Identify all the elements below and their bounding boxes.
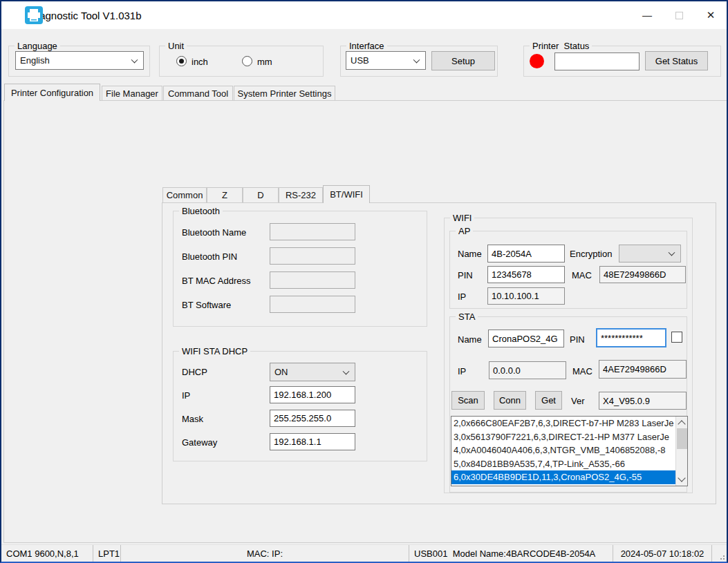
unit-mm-radio[interactable] (242, 56, 252, 66)
list-item[interactable]: 5,0x84D81BB9A535,7,4,TP-Link_A535,-66 (451, 457, 676, 471)
scroll-down-icon[interactable] (678, 474, 685, 481)
status-indicator-icon (530, 54, 544, 68)
tab-file-manager[interactable]: File Manager (102, 86, 162, 101)
encryption-label: Encryption (570, 249, 612, 259)
unit-inch-label[interactable]: inch (192, 57, 208, 67)
get-status-button[interactable]: Get Status (645, 51, 708, 70)
ap-ip-label: IP (458, 292, 466, 302)
ap-mac-label: MAC (572, 270, 592, 280)
gateway-field[interactable] (270, 433, 355, 450)
dhcp-select[interactable]: ON (270, 363, 355, 381)
tab-command-tool[interactable]: Command Tool (163, 86, 233, 101)
interface-legend: Interface (346, 41, 387, 51)
scan-button[interactable]: Scan (451, 391, 485, 410)
bt-software-label: BT Software (182, 300, 231, 310)
wifi-network-list[interactable]: 2,0x666C80EAF2B7,6,3,DIRECT-b7-HP M283 L… (451, 416, 688, 486)
subtab-d[interactable]: D (243, 187, 279, 202)
ap-name-label: Name (458, 249, 482, 259)
unit-mm-label[interactable]: mm (257, 57, 272, 67)
dhcp-label: DHCP (182, 367, 207, 377)
language-value: English (20, 55, 50, 66)
tab-printer-configuration[interactable]: Printer Configuration (4, 84, 100, 101)
list-item-selected[interactable]: 6,0x30DE4BB9DE1D,11,3,CronaPOS2_4G,-55 (451, 470, 676, 484)
app-window: Diagnostic Tool V1.031b — ✕ Language Eng… (0, 0, 728, 563)
list-item[interactable]: 2,0x666C80EAF2B7,6,3,DIRECT-b7-HP M283 L… (451, 417, 676, 430)
chevron-down-icon (343, 368, 350, 374)
ap-pin-field[interactable] (487, 266, 565, 283)
setup-button[interactable]: Setup (431, 51, 495, 70)
status-com-port: COM1 9600,N,8,1 (1, 545, 93, 562)
printer-app-icon (25, 6, 43, 26)
language-legend: Language (15, 41, 60, 51)
bluetooth-name-label: Bluetooth Name (182, 227, 246, 238)
sta-name-field[interactable] (488, 330, 564, 347)
printer-status-field[interactable] (554, 53, 640, 70)
bluetooth-name-field[interactable] (270, 223, 355, 240)
ver-label: Ver (571, 396, 585, 406)
wifi-sta-dhcp-legend: WIFI STA DHCP (179, 346, 250, 356)
dhcp-ip-field[interactable] (270, 386, 355, 403)
ver-field[interactable] (599, 392, 687, 410)
status-lpt-port: LPT1 (93, 545, 121, 562)
scroll-up-icon[interactable] (678, 420, 685, 428)
sta-pin-label: PIN (570, 334, 585, 345)
unit-inch-radio[interactable] (176, 56, 187, 66)
dhcp-ip-label: IP (182, 390, 190, 401)
title-bar: Diagnostic Tool V1.031b — ✕ (1, 1, 727, 29)
wifi-get-button[interactable]: Get (535, 391, 562, 410)
ap-pin-label: PIN (458, 270, 473, 280)
list-item[interactable]: 3,0x5613790F7221,6,3,DIRECT-21-HP M377 L… (451, 430, 676, 444)
subtab-rs232[interactable]: RS-232 (279, 187, 323, 202)
mask-field[interactable] (270, 410, 355, 427)
bt-mac-address-field[interactable] (270, 271, 355, 289)
chevron-down-icon (413, 56, 420, 63)
tab-system-printer-settings[interactable]: System Printer Settings (234, 86, 335, 101)
printer-status-legend: Printer Status (530, 41, 592, 51)
mask-label: Mask (182, 414, 203, 424)
ap-mac-field[interactable] (599, 266, 686, 283)
ap-name-field[interactable] (487, 245, 565, 263)
list-scrollbar[interactable] (675, 417, 687, 486)
sta-name-label: Name (458, 334, 482, 345)
subtab-z[interactable]: Z (207, 187, 243, 202)
conn-button[interactable]: Conn (494, 391, 526, 410)
sta-legend: STA (456, 312, 478, 322)
interface-select[interactable]: USB (346, 51, 426, 70)
sta-ip-field[interactable] (489, 361, 566, 379)
resize-grip[interactable] (718, 553, 725, 560)
scrollbar-thumb[interactable] (677, 428, 687, 449)
bluetooth-pin-field[interactable] (270, 247, 355, 265)
maximize-button[interactable] (663, 1, 695, 29)
list-item[interactable]: 4,0xA0046040A406,6,3,NTGR_VMB_1406852088… (451, 443, 676, 457)
sta-pin-show-checkbox[interactable] (671, 332, 682, 343)
status-bar: COM1 9600,N,8,1 LPT1 MAC: IP: USB001 Mod… (1, 544, 727, 562)
status-datetime: 2024-05-07 10:18:02 (613, 545, 712, 562)
subtab-btwifi[interactable]: BT/WIFI (323, 185, 370, 203)
status-mac-ip: MAC: IP: (121, 545, 409, 562)
bt-software-field[interactable] (270, 296, 355, 313)
ap-legend: AP (456, 226, 473, 236)
encryption-select[interactable] (619, 245, 681, 263)
bluetooth-legend: Bluetooth (179, 206, 223, 216)
window-title: Diagnostic Tool V1.031b (30, 10, 142, 21)
minimize-button[interactable]: — (631, 1, 663, 29)
maximize-icon (675, 12, 683, 19)
ap-ip-field[interactable] (487, 287, 565, 305)
subtab-common[interactable]: Common (162, 187, 207, 202)
sta-mac-label: MAC (572, 366, 592, 376)
bluetooth-pin-label: Bluetooth PIN (182, 251, 237, 262)
chevron-down-icon (131, 56, 138, 63)
wifi-legend: WIFI (450, 213, 474, 223)
status-usb-model: USB001 Model Name:4BARCODE4B-2054A (409, 545, 613, 562)
dhcp-value: ON (274, 367, 288, 377)
language-select[interactable]: English (15, 51, 144, 70)
gateway-label: Gateway (182, 437, 217, 448)
close-button[interactable]: ✕ (695, 1, 727, 29)
sta-ip-label: IP (458, 366, 466, 376)
sta-mac-field[interactable] (599, 360, 687, 379)
unit-legend: Unit (165, 41, 187, 51)
radio-dot-icon (179, 59, 184, 64)
bt-mac-address-label: BT MAC Address (182, 276, 250, 286)
sta-pin-field[interactable] (596, 328, 666, 347)
interface-value: USB (351, 55, 369, 66)
